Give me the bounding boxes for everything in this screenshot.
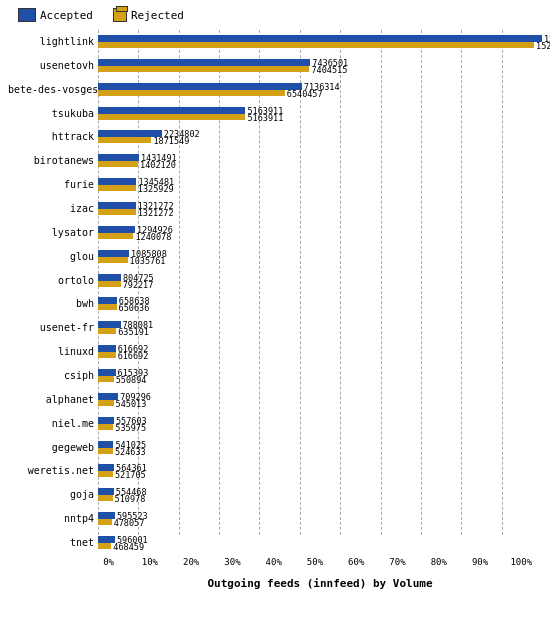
y-label: goja [8, 490, 94, 500]
bar-rejected [98, 352, 116, 358]
bar-accepted [98, 130, 162, 137]
x-tick: 0% [88, 557, 129, 567]
y-label: lysator [8, 228, 94, 238]
bar-row: 595523478057 [98, 510, 542, 528]
bar-row: 564361521705 [98, 462, 542, 480]
bar-rejected [98, 448, 113, 454]
x-tick: 70% [377, 557, 418, 567]
x-tick: 100% [501, 557, 542, 567]
bar-row: 13454811325929 [98, 176, 542, 194]
y-label: tnet [8, 538, 94, 548]
y-label: weretis.net [8, 466, 94, 476]
bar-accepted [98, 226, 135, 233]
bar-rejected [98, 137, 151, 143]
bar-row: 658638650636 [98, 295, 542, 313]
bar-row: 10858081035761 [98, 248, 542, 266]
bar-label-rejected: 521705 [115, 471, 146, 480]
bar-accepted [98, 345, 116, 352]
y-label: csiph [8, 371, 94, 381]
bar-row: 557603535975 [98, 415, 542, 433]
bar-accepted [98, 464, 114, 471]
y-label: bwh [8, 299, 94, 309]
bar-rejected [98, 114, 245, 120]
bar-accepted [98, 488, 114, 495]
bar-accepted [98, 297, 117, 304]
x-tick: 20% [171, 557, 212, 567]
bar-label-rejected: 478057 [114, 519, 145, 528]
bars-section: 1554833415269268743650174045157136314654… [98, 30, 542, 555]
y-label: furie [8, 180, 94, 190]
y-label: usenet-fr [8, 323, 94, 333]
bar-accepted [98, 83, 302, 90]
bar-label-rejected: 535975 [115, 424, 146, 433]
bar-label-rejected: 15269268 [536, 42, 550, 51]
bar-row: 13212721321272 [98, 200, 542, 218]
y-label: birotanews [8, 156, 94, 166]
bar-rejected [98, 281, 121, 287]
bar-label-rejected: 5163911 [247, 114, 283, 123]
bar-accepted [98, 107, 245, 114]
bottom-section: 0%10%20%30%40%50%60%70%80%90%100% Outgoi… [98, 555, 542, 590]
bar-rejected [98, 257, 128, 263]
bar-label-rejected: 1240078 [135, 233, 171, 242]
bar-accepted [98, 178, 136, 185]
chart-container: Accepted Rejected lightlinkusenetovhbete… [0, 0, 550, 630]
bar-accepted [98, 369, 116, 376]
legend-rejected-icon [113, 8, 127, 22]
bar-row: 616692616692 [98, 343, 542, 361]
x-tick: 10% [129, 557, 170, 567]
bar-rejected [98, 209, 136, 215]
bar-rejected [98, 233, 133, 239]
bar-row: 804725792217 [98, 272, 542, 290]
bar-label-rejected: 7404515 [311, 66, 347, 75]
bar-rejected [98, 66, 309, 72]
y-label: glou [8, 252, 94, 262]
bar-rejected [98, 90, 285, 96]
bar-rejected [98, 424, 113, 430]
bar-accepted [98, 154, 139, 161]
bar-rejected [98, 42, 534, 48]
bar-row: 71363146540457 [98, 81, 542, 99]
bar-label-rejected: 1325929 [138, 185, 174, 194]
bar-accepted [98, 59, 310, 66]
bar-accepted [98, 250, 129, 257]
bar-rejected [98, 161, 138, 167]
bar-row: 22348021871549 [98, 128, 542, 146]
legend-accepted-label: Accepted [40, 9, 93, 22]
bar-label-rejected: 545013 [116, 400, 147, 409]
bar-rejected [98, 495, 113, 501]
bar-row: 74365017404515 [98, 57, 542, 75]
y-label: alphanet [8, 395, 94, 405]
bar-rejected [98, 400, 114, 406]
bar-row: 51639115163911 [98, 105, 542, 123]
bar-label-rejected: 1402120 [140, 161, 176, 170]
x-tick: 60% [336, 557, 377, 567]
bar-row: 596001468459 [98, 534, 542, 552]
bar-row: 554468510978 [98, 486, 542, 504]
y-label: ortolo [8, 276, 94, 286]
legend-rejected: Rejected [113, 8, 184, 22]
bar-label-rejected: 650636 [119, 304, 150, 313]
bar-label-rejected: 550894 [116, 376, 147, 385]
y-label: httrack [8, 132, 94, 142]
bar-rejected [98, 185, 136, 191]
y-label: izac [8, 204, 94, 214]
x-tick: 50% [294, 557, 335, 567]
legend-accepted-icon [18, 8, 36, 22]
bar-row: 709296545013 [98, 391, 542, 409]
y-label: gegeweb [8, 443, 94, 453]
y-label: usenetovh [8, 61, 94, 71]
bar-row: 788081635191 [98, 319, 542, 337]
x-axis-title: Outgoing feeds (innfeed) by Volume [98, 577, 542, 590]
bars-wrapper: 1554833415269268743650174045157136314654… [98, 30, 542, 555]
bar-label-rejected: 616692 [118, 352, 149, 361]
y-label: lightlink [8, 37, 94, 47]
bar-rejected [98, 543, 111, 549]
y-label: niel.me [8, 419, 94, 429]
y-axis-labels: lightlinkusenetovhbete-des-vosgestsukuba… [8, 30, 98, 555]
bar-label-rejected: 1321272 [138, 209, 174, 218]
bar-row: 615393550894 [98, 367, 542, 385]
y-label: tsukuba [8, 109, 94, 119]
bar-label-rejected: 510978 [115, 495, 146, 504]
bar-rejected [98, 376, 114, 382]
